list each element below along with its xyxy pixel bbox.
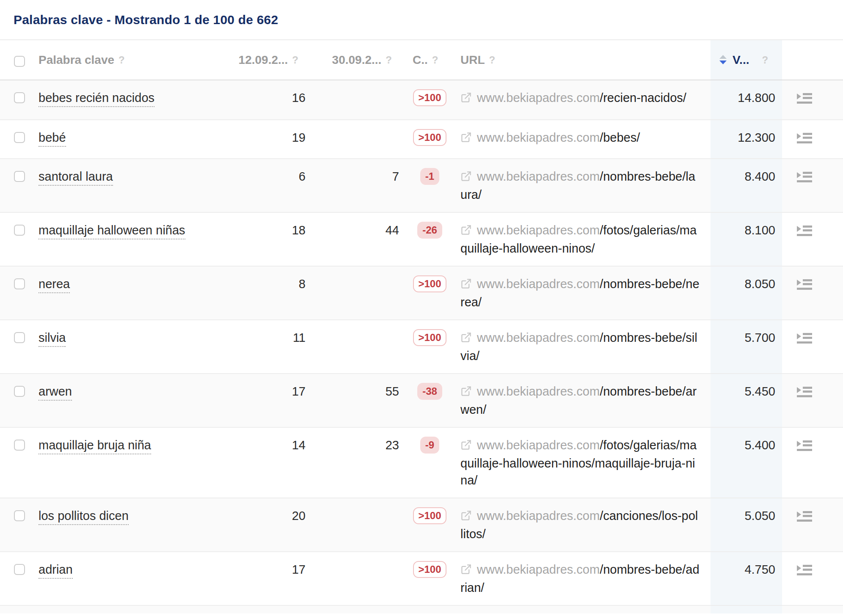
row-checkbox[interactable] xyxy=(14,440,25,451)
url-link[interactable]: www.bekiapadres.com/nombres-bebe/silvia/ xyxy=(460,331,697,363)
row-checkbox[interactable] xyxy=(14,386,25,397)
serp-snippet-icon[interactable] xyxy=(797,439,812,453)
help-icon[interactable]: ? xyxy=(762,54,768,66)
table-row: bebes recién nacidos 16 >100 www.bekiapa… xyxy=(0,80,843,119)
serp-snippet-icon[interactable] xyxy=(797,278,812,292)
search-volume: 4.750 xyxy=(711,552,782,605)
external-link-icon[interactable] xyxy=(460,562,472,579)
change-badge: >100 xyxy=(413,561,446,578)
serp-snippet-icon[interactable] xyxy=(797,563,812,578)
keyword-link[interactable]: maquillaje halloween niñas xyxy=(39,223,185,239)
serp-snippet-icon[interactable] xyxy=(797,91,812,106)
table-header: Palabra clave ? 12.09.2... ? 30.09.2... … xyxy=(0,40,843,80)
search-volume: 8.050 xyxy=(711,267,782,319)
keyword-link[interactable]: maquillaje bruja niña xyxy=(39,438,151,454)
column-header-change[interactable]: C.. ? xyxy=(399,40,460,80)
table-row: santoral laura 6 7 -1 www.bekiapadres.co… xyxy=(0,158,843,212)
position-date2: 23 xyxy=(306,428,399,498)
column-header-keyword[interactable]: Palabra clave ? xyxy=(39,40,229,80)
row-checkbox[interactable] xyxy=(14,132,25,143)
column-header-date1[interactable]: 12.09.2... ? xyxy=(229,40,306,80)
search-volume: 5.400 xyxy=(711,428,782,498)
table-row: nerea 8 >100 www.bekiapadres.com/nombres… xyxy=(0,266,843,319)
url-link[interactable]: www.bekiapadres.com/nombres-bebe/nerea/ xyxy=(460,277,700,309)
search-volume: 5.700 xyxy=(711,320,782,373)
serp-snippet-icon[interactable] xyxy=(797,385,812,399)
external-link-icon[interactable] xyxy=(460,169,472,186)
url-link[interactable]: www.bekiapadres.com/nombres-bebe/laura/ xyxy=(460,170,695,201)
position-date2 xyxy=(306,552,399,605)
column-header-date2[interactable]: 30.09.2... ? xyxy=(306,40,399,80)
serp-snippet-icon[interactable] xyxy=(797,170,812,184)
search-volume: 14.800 xyxy=(711,80,782,119)
change-badge: >100 xyxy=(413,329,446,346)
serp-snippet-icon[interactable] xyxy=(797,224,812,238)
row-checkbox[interactable] xyxy=(14,332,25,343)
url-link[interactable]: www.bekiapadres.com/nombres-bebe/arwen/ xyxy=(460,385,697,416)
url-link[interactable]: www.bekiapadres.com/bebes/ xyxy=(477,131,640,144)
external-link-icon[interactable] xyxy=(460,384,472,401)
table-row: los pollitos dicen 20 >100 www.bekiapadr… xyxy=(0,498,843,551)
position-date1: 11 xyxy=(229,320,306,373)
position-date1: 20 xyxy=(229,498,306,551)
position-date2 xyxy=(306,120,399,158)
position-date1: 18 xyxy=(229,213,306,266)
serp-snippet-icon[interactable] xyxy=(797,131,812,146)
change-badge: >100 xyxy=(413,129,446,146)
external-link-icon[interactable] xyxy=(460,91,472,107)
help-icon[interactable]: ? xyxy=(386,54,392,66)
row-checkbox[interactable] xyxy=(14,225,25,236)
url-link[interactable]: www.bekiapadres.com/canciones/los-pollit… xyxy=(460,509,698,541)
help-icon[interactable]: ? xyxy=(489,54,496,66)
keyword-link[interactable]: silvia xyxy=(39,331,66,347)
search-volume: 12.300 xyxy=(711,120,782,158)
search-volume: 8.400 xyxy=(711,159,782,212)
serp-snippet-icon[interactable] xyxy=(797,331,812,346)
position-date2 xyxy=(306,320,399,373)
help-icon[interactable]: ? xyxy=(118,54,125,66)
help-icon[interactable]: ? xyxy=(432,54,438,66)
position-date1: 19 xyxy=(229,120,306,158)
change-badge: >100 xyxy=(413,275,446,292)
keyword-link[interactable]: arwen xyxy=(39,385,72,401)
external-link-icon[interactable] xyxy=(460,130,472,147)
keyword-link[interactable]: nerea xyxy=(39,277,70,293)
row-checkbox[interactable] xyxy=(14,92,25,103)
search-volume: 5.050 xyxy=(711,498,782,551)
table-row: maquillaje halloween niñas 18 44 -26 www… xyxy=(0,212,843,266)
keyword-link[interactable]: los pollitos dicen xyxy=(39,509,129,525)
position-date2 xyxy=(306,267,399,319)
position-date2: 7 xyxy=(306,159,399,212)
external-link-icon[interactable] xyxy=(460,277,472,294)
external-link-icon[interactable] xyxy=(460,330,472,347)
table-body: bebes recién nacidos 16 >100 www.bekiapa… xyxy=(0,80,843,613)
serp-snippet-icon[interactable] xyxy=(797,509,812,524)
help-icon[interactable]: ? xyxy=(292,54,298,66)
position-date2: 44 xyxy=(306,213,399,266)
url-link[interactable]: www.bekiapadres.com/nombres-bebe/adrian/ xyxy=(460,563,700,594)
position-date1: 17 xyxy=(229,552,306,605)
row-checkbox[interactable] xyxy=(14,510,25,521)
page-title: Palabras clave - Mostrando 1 de 100 de 6… xyxy=(14,13,278,27)
external-link-icon[interactable] xyxy=(460,438,472,455)
panel-header: Palabras clave - Mostrando 1 de 100 de 6… xyxy=(0,0,843,40)
position-date2 xyxy=(306,80,399,119)
keyword-link[interactable]: bebé xyxy=(39,131,66,147)
url-link[interactable]: www.bekiapadres.com/fotos/galerias/maqui… xyxy=(460,223,697,255)
row-checkbox[interactable] xyxy=(14,278,25,289)
column-header-url[interactable]: URL ? xyxy=(460,40,711,80)
url-link[interactable]: www.bekiapadres.com/fotos/galerias/maqui… xyxy=(460,438,697,487)
keyword-link[interactable]: santoral laura xyxy=(39,170,113,186)
row-checkbox[interactable] xyxy=(14,171,25,182)
external-link-icon[interactable] xyxy=(460,223,472,240)
sort-arrows-icon[interactable] xyxy=(719,55,727,65)
change-badge: -38 xyxy=(417,383,442,400)
select-all-checkbox[interactable] xyxy=(14,56,25,67)
row-checkbox[interactable] xyxy=(14,564,25,575)
keyword-link[interactable]: adrian xyxy=(39,563,73,579)
keyword-link[interactable]: bebes recién nacidos xyxy=(39,91,154,107)
position-date1: 14 xyxy=(229,428,306,498)
url-link[interactable]: www.bekiapadres.com/recien-nacidos/ xyxy=(477,91,686,104)
column-header-volume[interactable]: V... ? xyxy=(711,40,782,80)
external-link-icon[interactable] xyxy=(460,509,472,525)
